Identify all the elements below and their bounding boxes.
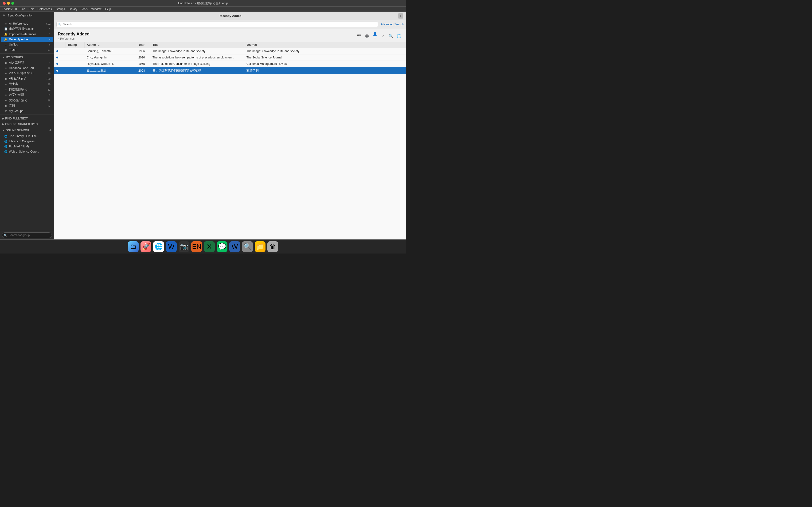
dock-chrome[interactable]: 🌐	[153, 241, 164, 252]
menu-file[interactable]: File	[20, 7, 25, 11]
dock-spotlight[interactable]: 🔍	[242, 241, 253, 252]
sidebar-item-group-0[interactable]: ≡ AI人工智能 1	[1, 60, 53, 65]
search-input-wrapper: 🔍	[56, 21, 378, 27]
group-label-8: 直播	[9, 104, 46, 108]
table-row[interactable]: Reynolds, William H. 1965 The Role of th…	[54, 61, 406, 67]
dock-trash[interactable]: 🗑	[267, 241, 278, 252]
sidebar-item-online-0[interactable]: 🌐 Jisc Library Hub Disc...	[1, 133, 53, 139]
groups-shared-section[interactable]: ▶ GROUPS SHARED BY O...	[0, 121, 54, 127]
menu-library[interactable]: Library	[68, 7, 77, 11]
my-groups-icon: ▽	[4, 109, 7, 113]
dock-endnote[interactable]: EN	[191, 241, 202, 252]
group-count-7: 98	[48, 99, 51, 102]
col-author[interactable]: Author ▲	[84, 42, 136, 48]
advanced-search-button[interactable]: Advanced Search	[380, 23, 404, 26]
export-icon-btn[interactable]: ↗	[380, 33, 386, 40]
minimize-button[interactable]	[7, 2, 10, 5]
search-icon: 🔍	[58, 23, 61, 26]
my-groups-section-header[interactable]: ▼ MY GROUPS	[0, 54, 54, 60]
rating-dots-3: · · · · ·	[68, 69, 79, 72]
sync-icon: ⟳	[2, 14, 6, 17]
menu-endnote[interactable]: EndNote 20	[2, 7, 17, 11]
dock-wechat[interactable]: 💬	[217, 241, 227, 252]
search-group-wrapper: 🔍	[2, 232, 52, 238]
dock-launchpad[interactable]: 🚀	[141, 241, 151, 252]
table-row[interactable]: Cho, Youngmin 2020 The associations betw…	[54, 54, 406, 61]
row-dot-1	[54, 54, 61, 61]
col-title[interactable]: Title	[150, 42, 244, 48]
dock-word[interactable]: W	[229, 241, 240, 252]
col-attachment[interactable]	[61, 42, 65, 48]
col-year[interactable]: Year	[136, 42, 150, 48]
col-rating[interactable]: Rating	[65, 42, 84, 48]
group-count-0: 1	[49, 61, 51, 64]
sidebar-item-group-8[interactable]: ≡ 直播 32	[1, 103, 53, 108]
menu-tools[interactable]: Tools	[81, 7, 88, 11]
menu-groups[interactable]: Groups	[56, 7, 65, 11]
sidebar-item-online-1[interactable]: 🌐 Library of Congress	[1, 139, 53, 144]
group-label-5: 博物馆数字化	[9, 88, 46, 92]
sync-label: Sync Configuration	[7, 14, 33, 17]
sidebar-item-group-2[interactable]: ≡ VR & AR博物馆 + ... 175	[1, 71, 53, 76]
sidebar-item-recently-added[interactable]: 🔔 Recently Added 4	[1, 37, 53, 42]
sidebar-item-trash[interactable]: 🗑 Trash 27	[1, 47, 53, 52]
dock-camera[interactable]: 📷	[179, 241, 189, 252]
row-year-3: 2008	[136, 67, 150, 74]
content-area: Recently Added + 🔍 Advanced Search Recen…	[54, 12, 406, 239]
menu-references[interactable]: References	[37, 7, 52, 11]
add-reference-icon-btn[interactable]: ➕	[364, 33, 370, 40]
sidebar-item-online-3[interactable]: 🌐 Web of Science Core...	[1, 149, 53, 154]
col-journal[interactable]: Journal	[244, 42, 406, 48]
search-input[interactable]	[56, 21, 378, 27]
quote-icon-btn[interactable]: ❝❞	[356, 33, 362, 40]
imported-references-label: Imported References	[9, 33, 48, 36]
all-references-label: All References	[9, 22, 45, 25]
add-online-search-btn[interactable]: +	[49, 128, 51, 132]
dock-finder[interactable]: 🗂	[128, 241, 139, 252]
sidebar-item-group-4[interactable]: ≡ 元宇宙 16	[1, 81, 53, 87]
chevron-down-icon: ▼	[2, 56, 4, 58]
traffic-lights[interactable]	[3, 2, 14, 5]
sidebar-item-all-references[interactable]: ≡ All References 602	[1, 21, 53, 26]
web-icon-btn[interactable]: 🌐	[396, 33, 402, 40]
dock-files[interactable]: 📁	[255, 241, 265, 252]
row-attachment-0	[61, 48, 65, 54]
search-group-input[interactable]	[2, 232, 52, 238]
menu-help[interactable]: Help	[105, 7, 111, 11]
find-text-icon-btn[interactable]: 🔍	[388, 33, 394, 40]
sidebar-item-group-3[interactable]: ≡ VR & AR旅游 190	[1, 76, 53, 81]
add-reference-button[interactable]: +	[398, 13, 403, 18]
row-year-0: 1956	[136, 48, 150, 54]
globe-icon-3: 🌐	[4, 150, 7, 153]
group-icon-6: ≡	[4, 94, 7, 97]
sidebar-item-group-1[interactable]: ≡ Handbook of e-Tou... 12	[1, 65, 53, 71]
table-row[interactable]: Boulding, Kenneth E. 1956 The image: kno…	[54, 48, 406, 54]
close-button[interactable]	[3, 2, 6, 5]
sidebar-item-my-groups[interactable]: ▽ My Groups	[1, 108, 53, 114]
add-author-icon-btn[interactable]: 👤+	[372, 33, 378, 40]
online-search-section[interactable]: ▼ ONLINE SEARCH +	[0, 127, 54, 133]
sync-configuration-item[interactable]: ⟳ Sync Configuration	[0, 12, 54, 19]
online-label-3: Web of Science Core...	[9, 150, 51, 153]
menu-edit[interactable]: Edit	[29, 7, 34, 11]
dock-excel[interactable]: X	[204, 241, 215, 252]
titlebar: EndNote 20 - 旅游业数字化创新.enlp	[0, 0, 406, 7]
sidebar-item-imported-references[interactable]: 🔔 Imported References 1	[1, 32, 53, 37]
sidebar-item-group-6[interactable]: ≡ 数字化创新 29	[1, 92, 53, 98]
find-full-text-section[interactable]: ▶ FIND FULL TEXT	[0, 116, 54, 121]
table-row-selected[interactable]: · · · · · 张卫卫; 王晓云 2008 基于弱连带优势的旅游博客营销初探…	[54, 67, 406, 74]
unfiled-icon: ≡	[4, 43, 7, 46]
col-dot[interactable]	[54, 42, 61, 48]
sidebar-item-group-7[interactable]: ≡ 文化遗产活化 98	[1, 98, 53, 103]
chevron-down-icon-2: ▼	[2, 129, 4, 131]
imported-references-count: 1	[49, 33, 51, 36]
sidebar-item-unfiled[interactable]: ≡ Unfiled 6	[1, 42, 53, 47]
find-full-text-label: FIND FULL TEXT	[5, 117, 28, 120]
dock-word-blue[interactable]: W	[166, 241, 177, 252]
sidebar-item-doc[interactable]: 📄 李欢开题报告.docx 1	[1, 26, 53, 32]
chevron-right-icon: ▶	[2, 117, 4, 120]
sidebar-item-group-5[interactable]: ≡ 博物馆数字化 52	[1, 87, 53, 92]
menu-window[interactable]: Window	[91, 7, 101, 11]
sidebar-item-online-2[interactable]: 🌐 PubMed (NLM)	[1, 144, 53, 149]
fullscreen-button[interactable]	[11, 2, 14, 5]
